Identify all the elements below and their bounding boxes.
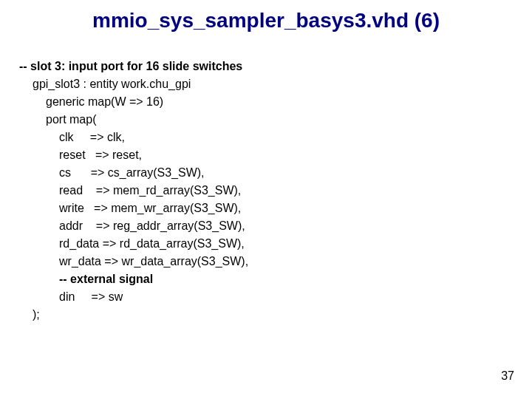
code-block: -- slot 3: input port for 16 slide switc… bbox=[19, 58, 248, 324]
code-map-write: write => mem_wr_array(S3_SW), bbox=[59, 200, 248, 217]
code-map-clk: clk => clk, bbox=[59, 129, 248, 146]
code-map-reset: reset => reset, bbox=[59, 146, 248, 164]
code-port-map-open: port map( bbox=[46, 111, 248, 129]
code-generic-map: generic map(W => 16) bbox=[46, 93, 248, 111]
code-map-rd-data: rd_data => rd_data_array(S3_SW), bbox=[59, 235, 248, 253]
code-port-map-close: ); bbox=[33, 306, 248, 324]
code-map-cs: cs => cs_array(S3_SW), bbox=[59, 164, 248, 182]
code-map-read: read => mem_rd_array(S3_SW), bbox=[59, 182, 248, 200]
code-comment-external: -- external signal bbox=[59, 270, 248, 288]
code-map-wr-data: wr_data => wr_data_array(S3_SW), bbox=[59, 253, 248, 270]
slide-title: mmio_sys_sampler_basys3.vhd (6) bbox=[0, 9, 532, 33]
code-instantiation: gpi_slot3 : entity work.chu_gpi bbox=[33, 75, 248, 93]
code-map-addr: addr => reg_addr_array(S3_SW), bbox=[59, 217, 248, 235]
code-map-din: din => sw bbox=[59, 288, 248, 306]
code-comment-slot: -- slot 3: input port for 16 slide switc… bbox=[19, 58, 248, 75]
page-number: 37 bbox=[501, 369, 514, 383]
